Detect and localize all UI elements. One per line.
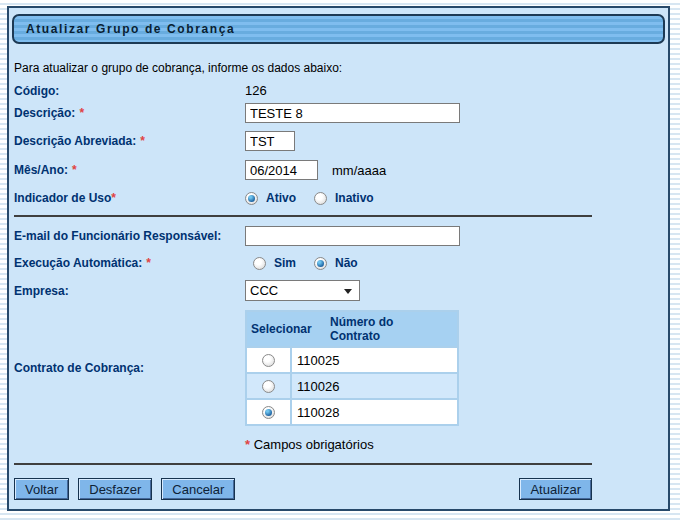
required-asterisk: *: [111, 191, 116, 205]
sim-radio[interactable]: [253, 257, 266, 270]
contract-radio-110028[interactable]: [262, 406, 275, 419]
contract-number: 110025: [292, 348, 457, 372]
descricao-label: Descrição:*: [14, 106, 245, 120]
selecionar-column-header: Selecionar: [251, 322, 312, 336]
contrato-label: Contrato de Cobrança:: [14, 361, 245, 375]
required-asterisk: *: [72, 163, 77, 177]
table-row: 110025: [247, 348, 457, 372]
button-bar: Voltar Desfazer Cancelar Atualizar: [14, 478, 592, 500]
descricao-abreviada-input[interactable]: [245, 131, 295, 151]
empresa-select[interactable]: CCC: [245, 280, 360, 301]
table-row: 110028: [247, 400, 457, 424]
atualizar-button[interactable]: Atualizar: [519, 478, 592, 500]
email-input[interactable]: [245, 226, 460, 246]
page-title: Atualizar Grupo de Cobrança: [14, 22, 235, 36]
table-row: 110026: [247, 374, 457, 398]
contract-radio-110026[interactable]: [262, 380, 275, 393]
execucao-label: Execução Automática:*: [14, 256, 245, 270]
mes-ano-format-hint: mm/aaaa: [332, 163, 386, 178]
codigo-value: 126: [245, 83, 267, 98]
descricao-abreviada-row: Descrição Abreviada:*: [14, 131, 668, 151]
section-divider: [14, 215, 592, 217]
cancelar-button[interactable]: Cancelar: [161, 478, 235, 500]
empresa-selected-value: CCC: [246, 283, 278, 298]
execucao-row: Execução Automática:* Sim Não: [14, 256, 668, 270]
form-panel: Atualizar Grupo de Cobrança Para atualiz…: [7, 6, 670, 511]
mes-ano-label: Mês/Ano:*: [14, 163, 245, 177]
contract-table: Selecionar Número do Contrato 110025 110…: [245, 310, 459, 426]
required-asterisk: *: [245, 437, 250, 452]
contract-table-header: Selecionar Número do Contrato: [247, 312, 457, 346]
email-label: E-mail do Funcionário Responsável:: [14, 229, 245, 243]
empresa-label: Empresa:: [14, 284, 245, 298]
empresa-row: Empresa: CCC: [14, 280, 668, 301]
nao-radio-label: Não: [335, 256, 358, 270]
required-fields-note: * Campos obrigatórios: [245, 437, 668, 452]
voltar-button[interactable]: Voltar: [14, 478, 69, 500]
intro-text: Para atualizar o grupo de cobrança, info…: [14, 61, 668, 75]
title-bar: Atualizar Grupo de Cobrança: [12, 14, 665, 44]
descricao-row: Descrição:*: [14, 103, 668, 123]
inativo-radio[interactable]: [314, 192, 327, 205]
inativo-radio-label: Inativo: [335, 191, 374, 205]
mes-ano-row: Mês/Ano:* mm/aaaa: [14, 160, 668, 180]
email-row: E-mail do Funcionário Responsável:: [14, 226, 668, 246]
footer-divider: [14, 463, 592, 465]
required-asterisk: *: [146, 256, 151, 270]
ativo-radio[interactable]: [245, 192, 258, 205]
codigo-row: Código: 126: [14, 83, 668, 98]
indicador-uso-row: Indicador de Uso* Ativo Inativo: [14, 191, 668, 205]
sim-radio-label: Sim: [274, 256, 296, 270]
ativo-radio-label: Ativo: [266, 191, 296, 205]
contrato-row: Contrato de Cobrança: Selecionar Número …: [14, 310, 668, 426]
descricao-input[interactable]: [245, 103, 460, 123]
contract-number: 110028: [292, 400, 457, 424]
mes-ano-input[interactable]: [245, 160, 318, 180]
chevron-down-icon: [344, 289, 352, 294]
codigo-label: Código:: [14, 84, 245, 98]
contract-number: 110026: [292, 374, 457, 398]
nao-radio[interactable]: [314, 257, 327, 270]
descricao-abreviada-label: Descrição Abreviada:*: [14, 134, 245, 148]
required-asterisk: *: [140, 134, 145, 148]
numero-contrato-column-header: Número do Contrato: [330, 315, 440, 343]
required-asterisk: *: [79, 106, 84, 120]
desfazer-button[interactable]: Desfazer: [78, 478, 152, 500]
indicador-uso-label: Indicador de Uso*: [14, 191, 245, 205]
contract-radio-110025[interactable]: [262, 354, 275, 367]
